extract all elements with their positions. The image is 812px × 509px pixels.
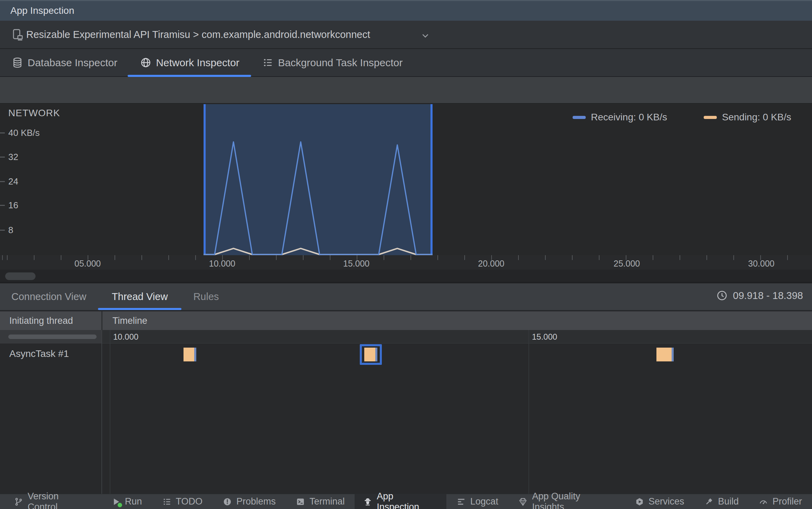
y-tick [0,181,5,182]
tab-rules[interactable]: Rules [193,283,219,310]
toolbar-item-app-quality-insights[interactable]: App Quality Insights [508,494,624,509]
chart-time-axis: 05.000 10.000 15.000 20.000 25.000 30.00… [0,255,812,270]
tab-label: Thread View [112,291,168,302]
device-process-selector[interactable]: Resizable Experimental API Tiramisu > co… [0,21,812,49]
inspector-tab-bar: Database Inspector Network Inspector Bac… [0,49,812,77]
profiler-toolbar-strip [0,77,812,103]
thread-event-block[interactable] [184,348,195,361]
window-title: App Inspection [10,5,74,16]
x-tick-label: 20.000 [478,259,504,269]
tab-thread-view[interactable]: Thread View [112,283,168,310]
x-tick-label: 05.000 [75,259,101,269]
services-icon [635,497,644,507]
event-receiving-sliver [194,348,196,361]
toolbar-item-build[interactable]: Build [694,494,749,509]
tab-network-inspector[interactable]: Network Inspector [140,49,239,76]
y-tick-label: 24 [8,176,18,187]
legend-label: Sending: 0 KB/s [722,112,791,123]
x-tick-label: 30.000 [748,259,774,269]
y-tick-label: 16 [8,200,18,211]
y-tick [0,230,5,231]
column-header-timeline: Timeline [112,316,147,326]
sending-legend-swatch [704,116,717,119]
spy-icon [363,497,373,507]
toolbar-item-profiler[interactable]: Profiler [749,494,812,509]
network-usage-chart[interactable]: NETWORK 40 KB/s 32 24 16 8 Receiving: 0 … [0,103,812,255]
toolbar-item-logcat[interactable]: Logcat [446,494,508,509]
tab-background-task-inspector[interactable]: Background Task Inspector [262,49,403,76]
hammer-icon [704,497,714,507]
timeline-ruler [102,330,812,343]
column-resize-divider[interactable] [101,311,102,330]
status-toolbar: Version Control Run TODO Problems Termin… [0,494,812,509]
tab-label: Connection View [11,291,86,302]
chart-canvas [0,103,812,255]
thread-events-track [0,343,812,385]
toolbar-item-todo[interactable]: TODO [152,494,213,509]
y-tick [0,157,5,158]
legend-label: Receiving: 0 KB/s [591,112,667,123]
toolbar-label: Profiler [772,496,802,507]
legend-receiving: Receiving: 0 KB/s [573,112,667,123]
thread-column-scroll-thumb[interactable] [8,335,97,339]
profiler-gauge-icon [759,497,768,507]
y-tick-label: 32 [8,152,18,162]
time-range-value: 09.918 - 18.398 [733,290,803,301]
column-header-initiating-thread: Initiating thread [9,316,73,326]
tab-label: Database Inspector [28,57,117,69]
logcat-icon [456,497,466,507]
chart-title: NETWORK [8,108,60,119]
toolbar-item-problems[interactable]: Problems [212,494,286,509]
y-tick [0,205,5,206]
tab-connection-view[interactable]: Connection View [11,283,86,310]
event-receiving-sliver [672,348,674,361]
toolbar-label: TODO [176,496,203,507]
toolbar-label: Problems [236,496,276,507]
toolbar-label: Terminal [309,496,345,507]
clock-icon [716,290,728,301]
selected-device-process: Resizable Experimental API Tiramisu > co… [26,29,370,40]
terminal-icon [296,497,305,507]
y-tick-label: 8 [8,225,13,236]
run-icon [111,497,121,507]
tab-label: Rules [193,291,219,302]
globe-icon [140,57,151,68]
toolbar-label: App Quality Insights [532,491,614,509]
chart-hscroll-thumb[interactable] [5,272,36,280]
selection-right-handle[interactable] [430,104,433,255]
thread-event-block[interactable] [364,348,375,361]
toolbar-item-version-control[interactable]: Version Control [14,494,101,509]
receiving-legend-swatch [573,116,586,119]
active-tab-underline [98,308,181,310]
thread-event-block[interactable] [656,348,672,361]
event-receiving-sliver [375,348,377,361]
selection-left-handle[interactable] [204,104,206,255]
gem-icon [518,497,528,507]
y-tick [0,132,5,133]
chevron-down-icon[interactable] [420,30,430,41]
x-tick-label: 15.000 [343,259,369,269]
git-branch-icon [14,497,23,507]
timeline-tick-label: 15.000 [532,332,557,342]
tab-label: Background Task Inspector [278,57,403,69]
chart-hscroll-track [0,270,812,283]
toolbar-label: App Inspection [377,491,438,509]
list-icon [262,57,274,68]
toolbar-label: Version Control [28,491,91,509]
toolbar-label: Services [648,496,684,507]
timeline-tick-label: 10.000 [113,332,138,342]
toolbar-item-terminal[interactable]: Terminal [286,494,355,509]
database-icon [12,57,23,68]
tab-database-inspector[interactable]: Database Inspector [12,49,117,76]
toolbar-item-services[interactable]: Services [625,494,694,509]
thread-column-scroll-track [0,330,102,343]
run-status-dot [118,503,122,507]
todo-list-icon [162,497,172,507]
toolbar-label: Logcat [470,496,498,507]
thread-table-header: Initiating thread Timeline [0,311,812,330]
toolbar-item-run[interactable]: Run [101,494,152,509]
range-selection-overlay[interactable] [204,104,433,255]
toolbar-item-app-inspection[interactable]: App Inspection [355,494,446,509]
selected-time-range: 09.918 - 18.398 [716,290,803,301]
toolbar-label: Run [125,496,142,507]
